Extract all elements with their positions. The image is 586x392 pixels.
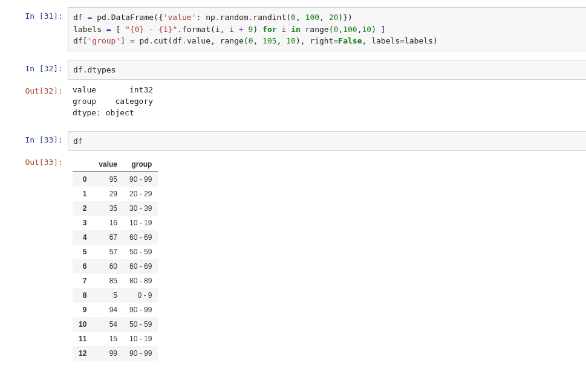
table-row: 31610 - 19 <box>73 216 158 230</box>
df-row-index: 7 <box>73 274 93 288</box>
table-row: 12920 - 29 <box>73 187 158 201</box>
df-row-index: 12 <box>73 346 93 361</box>
df-row-index: 10 <box>73 317 93 332</box>
code-input-31[interactable]: df = pd.DataFrame({'value': np.random.ra… <box>68 7 586 51</box>
df-cell-value: 15 <box>93 332 123 346</box>
code-line-2: labels = [ "{0} - {1}".format(i, i + 9) … <box>73 25 386 34</box>
df-row-index: 4 <box>73 230 93 245</box>
df-row-index: 1 <box>73 187 93 201</box>
df-cell-value: 16 <box>93 216 123 230</box>
df-cell-group: 90 - 99 <box>123 172 158 187</box>
output-table-33: value group 09590 - 9912920 - 2923530 - … <box>68 153 586 364</box>
df-row-index: 2 <box>73 201 93 216</box>
df-cell-group: 30 - 39 <box>123 201 158 216</box>
cell-33-input: In [33]: df <box>0 131 586 152</box>
output-text-32: value int32 group category dtype: object <box>68 82 586 123</box>
dataframe-table: value group 09590 - 9912920 - 2923530 - … <box>73 157 158 361</box>
df-cell-group: 20 - 29 <box>123 187 158 201</box>
df-cell-value: 94 <box>93 303 123 317</box>
df-cell-value: 99 <box>93 346 123 361</box>
df-cell-group: 50 - 59 <box>123 317 158 332</box>
in-prompt-31: In [31]: <box>0 7 68 22</box>
df-cell-group: 10 - 19 <box>123 216 158 230</box>
df-cell-value: 29 <box>93 187 123 201</box>
df-cell-value: 54 <box>93 317 123 332</box>
df-row-index: 8 <box>73 288 93 303</box>
table-row: 105450 - 59 <box>73 317 158 332</box>
table-row: 111510 - 19 <box>73 332 158 346</box>
table-row: 78580 - 89 <box>73 274 158 288</box>
df-cell-group: 0 - 9 <box>123 288 158 303</box>
table-row: 46760 - 69 <box>73 230 158 245</box>
df-row-index: 3 <box>73 216 93 230</box>
cell-32-input: In [32]: df.dtypes <box>0 60 586 80</box>
table-row: 23530 - 39 <box>73 201 158 216</box>
df-cell-value: 57 <box>93 245 123 259</box>
df-row-index: 0 <box>73 172 93 187</box>
df-cell-group: 60 - 69 <box>123 230 158 245</box>
out-prompt-32: Out[32]: <box>0 82 68 97</box>
in-prompt-33: In [33]: <box>0 131 68 146</box>
cell-32-output: Out[32]: value int32 group category dtyp… <box>0 82 586 123</box>
code-line-3: df['group'] = pd.cut(df.value, range(0, … <box>73 36 438 45</box>
df-cell-group: 90 - 99 <box>123 346 158 361</box>
table-row: 129990 - 99 <box>73 346 158 361</box>
df-row-index: 9 <box>73 303 93 317</box>
df-cell-value: 67 <box>93 230 123 245</box>
df-cell-value: 35 <box>93 201 123 216</box>
table-row: 850 - 9 <box>73 288 158 303</box>
code-input-32[interactable]: df.dtypes <box>68 60 586 80</box>
cell-33-output: Out[33]: value group 09590 - 9912920 - 2… <box>0 153 586 364</box>
code-input-33[interactable]: df <box>68 131 586 152</box>
table-row: 99490 - 99 <box>73 303 158 317</box>
df-row-index: 11 <box>73 332 93 346</box>
code-line-1: df = pd.DataFrame({'value': np.random.ra… <box>73 13 353 22</box>
df-row-index: 6 <box>73 259 93 274</box>
df-row-index: 5 <box>73 245 93 259</box>
notebook: In [31]: df = pd.DataFrame({'value': np.… <box>0 0 586 379</box>
table-row: 66060 - 69 <box>73 259 158 274</box>
df-cell-value: 60 <box>93 259 123 274</box>
in-prompt-32: In [32]: <box>0 60 68 74</box>
table-row: 55750 - 59 <box>73 245 158 259</box>
cell-31-input: In [31]: df = pd.DataFrame({'value': np.… <box>0 7 586 51</box>
df-cell-value: 85 <box>93 274 123 288</box>
df-cell-value: 5 <box>93 288 123 303</box>
out-prompt-33: Out[33]: <box>0 153 68 168</box>
df-cell-group: 50 - 59 <box>123 245 158 259</box>
df-cell-group: 10 - 19 <box>123 332 158 346</box>
df-cell-group: 90 - 99 <box>123 303 158 317</box>
table-row: 09590 - 99 <box>73 172 158 187</box>
df-cell-value: 95 <box>93 172 123 187</box>
df-col-value: value <box>93 157 123 172</box>
df-cell-group: 80 - 89 <box>123 274 158 288</box>
df-col-group: group <box>123 157 158 172</box>
df-cell-group: 60 - 69 <box>123 259 158 274</box>
df-index-corner <box>73 157 93 172</box>
